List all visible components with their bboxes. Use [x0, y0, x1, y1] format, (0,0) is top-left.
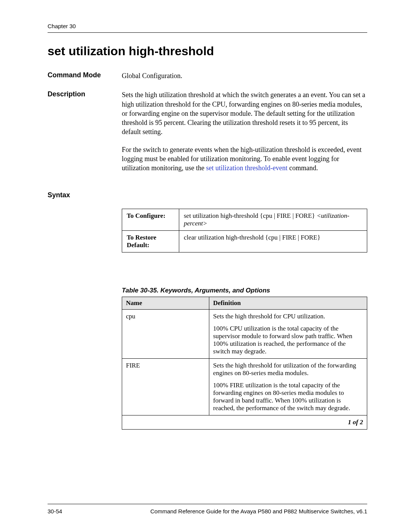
syntax-restore-main: clear utilization high-threshold {cpu | … [184, 234, 320, 241]
keywords-header-row: Name Definition [122, 297, 367, 309]
footer-page-number: 30-54 [48, 508, 62, 514]
keywords-fire-def-p2: 100% FIRE utilization is the total capac… [213, 382, 363, 412]
syntax-configure-value: set utilization high-threshold {cpu | FI… [179, 209, 367, 230]
syntax-label: Syntax [48, 191, 122, 430]
keywords-header-name: Name [122, 297, 209, 309]
footer-doc-title: Command Reference Guide for the Avaya P5… [150, 508, 367, 514]
keywords-fire-definition: Sets the high threshold for utilization … [209, 358, 367, 415]
keywords-header-definition: Definition [209, 297, 367, 309]
keywords-row-fire: FIRE Sets the high threshold for utiliza… [122, 358, 367, 415]
page-footer: 30-54 Command Reference Guide for the Av… [48, 504, 367, 514]
keywords-cpu-def-p1: Sets the high threshold for CPU utilizat… [213, 313, 363, 320]
set-utilization-threshold-event-link[interactable]: set utilization threshold-event [206, 164, 287, 172]
keywords-pager-row: 1 of 2 [122, 415, 367, 429]
description-row: Description Sets the high utilization th… [48, 90, 367, 181]
chapter-header: Chapter 30 [48, 23, 367, 29]
keywords-pager: 1 of 2 [122, 415, 367, 429]
keywords-cpu-name: cpu [122, 309, 209, 358]
keywords-table: Name Definition cpu Sets the high thresh… [122, 297, 367, 430]
keywords-row-cpu: cpu Sets the high threshold for CPU util… [122, 309, 367, 358]
description-para-2: For the switch to generate events when t… [122, 145, 367, 173]
syntax-configure-label: To Configure: [122, 209, 179, 230]
command-mode-label: Command Mode [48, 71, 122, 80]
page-title: set utilization high-threshold [48, 44, 367, 58]
description-para-2-suffix: command. [287, 164, 318, 172]
syntax-restore-value: clear utilization high-threshold {cpu | … [179, 230, 367, 252]
syntax-row-restore: To Restore Default: clear utilization hi… [122, 230, 367, 252]
syntax-row-configure: To Configure: set utilization high-thres… [122, 209, 367, 230]
header-rule [48, 32, 367, 33]
keywords-fire-def-p1: Sets the high threshold for utilization … [213, 362, 363, 377]
description-label: Description [48, 90, 122, 181]
syntax-restore-label: To Restore Default: [122, 230, 179, 252]
description-para-1: Sets the high utilization threshold at w… [122, 90, 367, 136]
syntax-body: To Configure: set utilization high-thres… [122, 191, 367, 430]
keywords-table-caption: Table 30-35. Keywords, Arguments, and Op… [122, 287, 367, 294]
keywords-cpu-def-p2: 100% CPU utilization is the total capaci… [213, 325, 363, 355]
description-body: Sets the high utilization threshold at w… [122, 90, 367, 181]
keywords-cpu-definition: Sets the high threshold for CPU utilizat… [209, 309, 367, 358]
syntax-table: To Configure: set utilization high-thres… [122, 209, 367, 252]
command-mode-row: Command Mode Global Configuration. [48, 71, 367, 80]
syntax-configure-main: set utilization high-threshold {cpu | FI… [184, 212, 317, 219]
syntax-row: Syntax To Configure: set utilization hig… [48, 191, 367, 430]
page: Chapter 30 set utilization high-threshol… [0, 0, 411, 430]
keywords-fire-name: FIRE [122, 358, 209, 415]
command-mode-value: Global Configuration. [122, 71, 367, 80]
